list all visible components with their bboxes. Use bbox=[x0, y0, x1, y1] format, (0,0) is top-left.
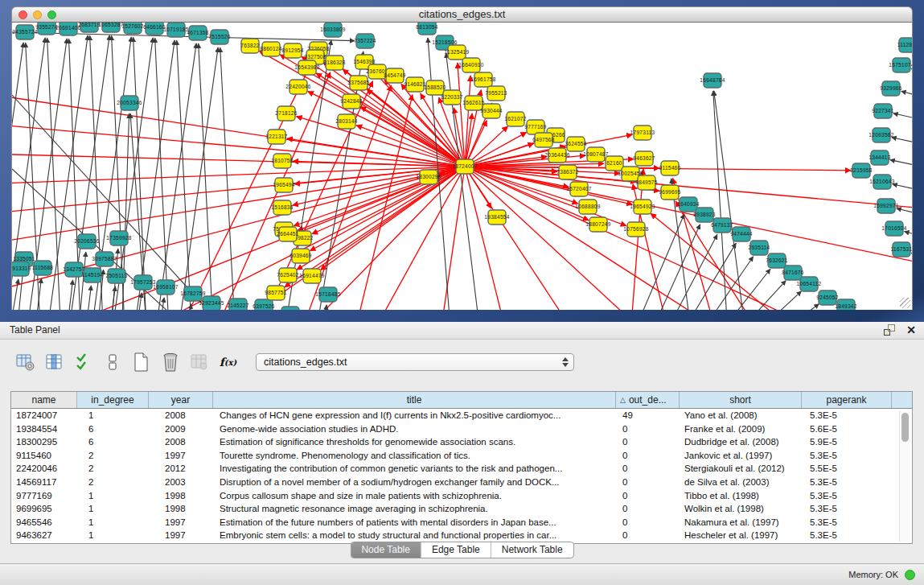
graph-edge[interactable] bbox=[33, 278, 41, 310]
zoom-window-button[interactable] bbox=[47, 10, 56, 19]
table-select-dropdown[interactable]: citations_edges.txt bbox=[256, 353, 574, 371]
table-cell[interactable]: 0 bbox=[616, 462, 680, 476]
table-settings-icon[interactable] bbox=[14, 352, 36, 373]
table-cell[interactable]: 5.3E-5 bbox=[802, 502, 892, 516]
table-cell[interactable]: 2003 bbox=[149, 476, 213, 489]
close-panel-icon[interactable]: ✕ bbox=[906, 324, 916, 336]
table-cell[interactable]: 1 bbox=[77, 502, 149, 516]
graph-edge[interactable] bbox=[132, 40, 175, 310]
column-header-out_de[interactable]: △out_de... bbox=[616, 392, 680, 408]
table-cell[interactable]: Estimation of significance thresholds fo… bbox=[213, 435, 616, 449]
tab-network-table[interactable]: Network Table bbox=[491, 542, 573, 558]
table-cell[interactable]: 2 bbox=[77, 462, 149, 476]
delete-table-icon[interactable] bbox=[188, 352, 210, 373]
table-cell[interactable]: 5.3E-5 bbox=[802, 516, 892, 529]
graph-edge[interactable] bbox=[691, 257, 754, 310]
table-cell[interactable]: 0 bbox=[616, 476, 680, 489]
graph-edge[interactable] bbox=[176, 47, 218, 310]
graph-edge[interactable] bbox=[177, 40, 192, 310]
table-row[interactable]: 911546021997Tourette syndrome. Phenomeno… bbox=[11, 449, 912, 463]
column-header-year[interactable]: year bbox=[149, 392, 213, 408]
table-cell[interactable]: 5.3E-5 bbox=[802, 449, 892, 463]
table-cell[interactable]: 49 bbox=[616, 409, 680, 422]
table-cell[interactable]: 6 bbox=[77, 435, 149, 449]
table-cell[interactable]: 5.5E-5 bbox=[802, 462, 892, 476]
graph-edge[interactable] bbox=[84, 286, 91, 310]
network-window[interactable]: citations_edges.txt 24355724935527420691… bbox=[11, 6, 913, 310]
table-cell[interactable]: 0 bbox=[616, 502, 680, 516]
table-row[interactable]: 1830029562008Estimation of significance … bbox=[11, 435, 912, 449]
table-cell[interactable]: Genome-wide association studies in ADHD. bbox=[213, 422, 616, 436]
table-cell[interactable]: 2008 bbox=[149, 409, 213, 422]
table-cell[interactable]: 1 bbox=[77, 409, 149, 422]
table-cell[interactable]: Embryonic stem cells: a model to study s… bbox=[213, 529, 616, 542]
float-panel-icon[interactable] bbox=[884, 324, 895, 336]
table-cell[interactable]: 18300295 bbox=[11, 435, 77, 449]
table-cell[interactable]: 9463627 bbox=[11, 529, 77, 542]
table-cell[interactable]: Stergiakouli et al. (2012) bbox=[680, 462, 802, 476]
graph-edge[interactable] bbox=[12, 279, 18, 310]
graph-edge[interactable] bbox=[155, 38, 170, 310]
new-table-icon[interactable] bbox=[130, 352, 152, 373]
table-cell[interactable]: Estimation of the future numbers of pati… bbox=[213, 516, 616, 529]
resize-grip-icon[interactable] bbox=[900, 298, 910, 308]
network-graph[interactable]: 2435572493552742069140626837191065328715… bbox=[12, 23, 913, 310]
graph-canvas[interactable]: 2435572493552742069140626837191065328715… bbox=[11, 23, 913, 310]
table-cell[interactable]: 0 bbox=[616, 422, 680, 436]
table-cell[interactable]: Structural magnetic resonance image aver… bbox=[213, 502, 616, 516]
table-cell[interactable]: 0 bbox=[616, 516, 680, 529]
tab-node-table[interactable]: Node Table bbox=[351, 542, 421, 558]
table-row[interactable]: 1456911722003Disruption of a novel membe… bbox=[11, 476, 912, 489]
graph-edge[interactable] bbox=[904, 232, 913, 240]
table-cell[interactable]: 9465546 bbox=[11, 516, 77, 529]
graph-edge[interactable] bbox=[465, 167, 757, 310]
table-cell[interactable]: 2 bbox=[77, 476, 149, 489]
table-cell[interactable]: Dudbridge et al. (2008) bbox=[680, 435, 802, 449]
row-height-icon[interactable] bbox=[101, 352, 123, 373]
graph-edge[interactable] bbox=[714, 91, 747, 310]
table-cell[interactable]: 0 bbox=[616, 529, 680, 542]
table-cell[interactable]: Tibbo et al. (1998) bbox=[680, 489, 802, 503]
table-cell[interactable]: Yano et al. (2008) bbox=[680, 409, 802, 422]
table-cell[interactable]: 19384554 bbox=[11, 422, 77, 436]
column-header-name[interactable]: name bbox=[11, 392, 77, 408]
table-cell[interactable]: 5.3E-5 bbox=[802, 489, 892, 503]
table-cell[interactable]: 9699695 bbox=[11, 502, 77, 516]
table-cell[interactable]: 1 bbox=[77, 489, 149, 503]
graph-edge[interactable] bbox=[911, 68, 913, 76]
delete-icon[interactable] bbox=[159, 352, 181, 373]
table-cell[interactable]: Nakamura et al. (1997) bbox=[680, 516, 802, 529]
table-cell[interactable]: 5.3E-5 bbox=[802, 529, 892, 542]
graph-edge[interactable] bbox=[65, 280, 73, 310]
table-row[interactable]: 977716911998Corpus callosum shape and si… bbox=[11, 489, 912, 503]
table-cell[interactable]: Hescheler et al. (1997) bbox=[680, 529, 802, 542]
network-window-titlebar[interactable]: citations_edges.txt bbox=[11, 6, 913, 23]
graph-edge[interactable] bbox=[360, 106, 465, 167]
table-cell[interactable]: 1997 bbox=[149, 516, 213, 529]
graph-edge[interactable] bbox=[897, 208, 913, 217]
table-cell[interactable]: Investigating the contribution of common… bbox=[213, 462, 616, 476]
table-cell[interactable]: 0 bbox=[616, 489, 680, 503]
graph-edge[interactable] bbox=[321, 305, 326, 310]
table-cell[interactable]: 1998 bbox=[149, 502, 213, 516]
column-header-short[interactable]: short bbox=[680, 392, 802, 408]
table-cell[interactable]: de Silva et al. (2003) bbox=[680, 476, 802, 489]
table-row[interactable]: 1938455462009Genome-wide association stu… bbox=[11, 422, 912, 436]
table-cell[interactable]: 5.6E-5 bbox=[802, 422, 892, 436]
table-cell[interactable]: 1997 bbox=[149, 529, 213, 542]
table-cell[interactable]: Disruption of a novel member of a sodium… bbox=[213, 476, 616, 489]
tab-edge-table[interactable]: Edge Table bbox=[421, 542, 491, 558]
table-cell[interactable]: 18724007 bbox=[11, 409, 77, 422]
minimize-window-button[interactable] bbox=[33, 10, 42, 19]
table-cell[interactable]: Corpus callosum shape and size in male p… bbox=[213, 489, 616, 503]
column-header-in_degree[interactable]: in_degree bbox=[77, 392, 149, 408]
close-window-button[interactable] bbox=[18, 10, 27, 19]
function-builder-icon[interactable]: f(x) bbox=[217, 352, 239, 373]
table-cell[interactable]: Changes of HCN gene expression and I(f) … bbox=[213, 409, 616, 422]
table-cell[interactable]: 2009 bbox=[149, 422, 213, 436]
table-scrollbar[interactable] bbox=[899, 410, 910, 542]
table-cell[interactable]: Franke et al. (2009) bbox=[680, 422, 802, 436]
table-cell[interactable]: 5.9E-5 bbox=[802, 435, 892, 449]
table-cell[interactable]: 2012 bbox=[149, 462, 213, 476]
graph-edge[interactable] bbox=[890, 160, 913, 169]
